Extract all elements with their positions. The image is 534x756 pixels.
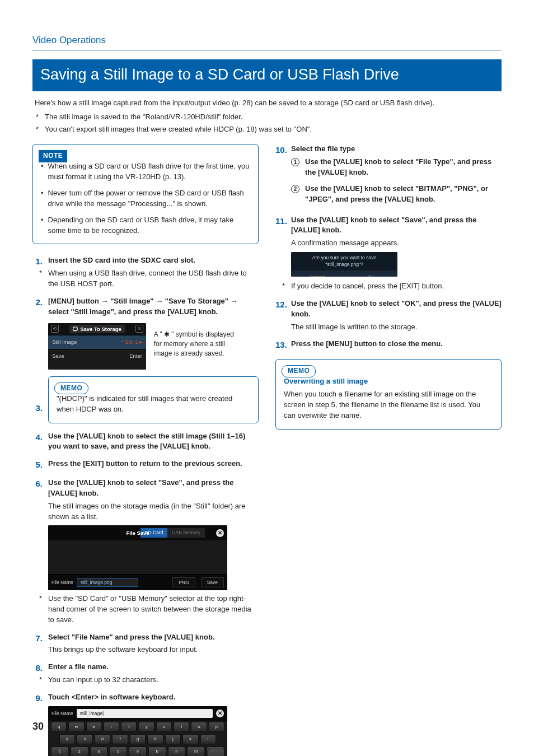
filename-label: File Name bbox=[51, 579, 73, 586]
intro-paragraph: Here's how a still image captured from t… bbox=[35, 98, 502, 109]
step-9: 9. Touch <Enter> in software keyboard. F… bbox=[32, 692, 259, 756]
kbd-row-2: a s d f g h j k l bbox=[48, 733, 227, 745]
memo-label: MEMO bbox=[54, 382, 88, 394]
key-o[interactable]: o bbox=[191, 722, 207, 732]
kbd-filename-label: File Name bbox=[51, 710, 73, 717]
intro-note-2: You can't export still images that were … bbox=[45, 124, 312, 135]
kbd-row-1: q w e r t y u i o p bbox=[48, 721, 227, 733]
step-6-desc: The still images on the storage media (i… bbox=[48, 501, 259, 522]
file-list-area bbox=[48, 540, 227, 574]
memo-left-text: "(HDCP)" is indicated for still images t… bbox=[57, 394, 250, 415]
step-10-title: Select the file type bbox=[291, 144, 502, 155]
note-item-1: When using a SD card or USB flash drive … bbox=[48, 161, 250, 183]
key-c[interactable]: c bbox=[109, 746, 127, 756]
step-4-title: Use the [VALUE] knob to select the still… bbox=[48, 431, 259, 452]
step-5: 5. Press the [EXIT] button to return to … bbox=[32, 459, 259, 471]
step-11-desc: A confirmation message appears. bbox=[291, 238, 502, 249]
key-w[interactable]: w bbox=[68, 722, 84, 732]
key-z[interactable]: z bbox=[71, 746, 88, 756]
note-box: NOTE •When using a SD card or USB flash … bbox=[32, 144, 259, 244]
callout-bracket bbox=[145, 343, 146, 353]
step-13: 13. Press the [MENU] button to close the… bbox=[275, 339, 502, 351]
key-k[interactable]: k bbox=[182, 734, 198, 744]
key-q[interactable]: q bbox=[51, 722, 67, 732]
key-s[interactable]: s bbox=[77, 734, 92, 744]
back-icon[interactable]: ⟲ bbox=[51, 325, 59, 333]
step-10: 10. Select the file type 1 Use the [VALU… bbox=[275, 144, 502, 204]
memo-label: MEMO bbox=[282, 365, 316, 377]
filename-input[interactable]: still_image.png bbox=[77, 578, 138, 587]
cancel-button[interactable]: Cancel bbox=[291, 271, 345, 277]
key-p[interactable]: p bbox=[209, 722, 224, 732]
step-10-sub1: Use the [VALUE] knob to select "File Typ… bbox=[305, 157, 502, 178]
step-7: 7. Select "File Name" and press the [VAL… bbox=[32, 632, 259, 656]
step-5-title: Press the [EXIT] button to return to the… bbox=[48, 459, 259, 469]
step-12-desc: The still image is written to the storag… bbox=[291, 322, 502, 333]
key-u[interactable]: u bbox=[156, 722, 172, 732]
step-10-sub2: Use the [VALUE] knob to select "BITMAP",… bbox=[305, 184, 502, 205]
key-t[interactable]: t bbox=[121, 722, 137, 732]
page-title: Saving a Still Image to a SD Card or USB… bbox=[32, 59, 502, 91]
memo-right-title: Overwriting a still image bbox=[284, 376, 493, 387]
key-i[interactable]: i bbox=[174, 722, 189, 732]
screenshot-title: 🖵 Save To Storage bbox=[69, 325, 125, 334]
step-12: 12. Use the [VALUE] knob to select "OK",… bbox=[275, 298, 502, 333]
row-save[interactable]: Save Enter bbox=[48, 349, 146, 363]
key-e[interactable]: e bbox=[86, 722, 102, 732]
key-g[interactable]: g bbox=[130, 734, 146, 744]
key-r[interactable]: r bbox=[104, 722, 119, 732]
right-column: 10. Select the file type 1 Use the [VALU… bbox=[275, 144, 502, 756]
step-2-title: [MENU] button → "Still Image" → "Save To… bbox=[48, 296, 259, 318]
step-9-title: Touch <Enter> in software keyboard. bbox=[48, 692, 259, 703]
kbd-filename-input[interactable]: still_image| bbox=[77, 709, 213, 718]
step-1-title: Insert the SD card into the SDXC card sl… bbox=[48, 255, 259, 266]
key-b[interactable]: b bbox=[148, 746, 166, 756]
step-13-title: Press the [MENU] button to close the men… bbox=[291, 339, 502, 349]
key-f[interactable]: f bbox=[112, 734, 128, 744]
key-m[interactable]: m bbox=[187, 746, 205, 756]
key-a[interactable]: a bbox=[59, 734, 75, 744]
step-8-note: You can input up to 32 characters. bbox=[48, 675, 158, 685]
note-item-2: Never turn off the power or remove the S… bbox=[48, 188, 250, 209]
png-button[interactable]: PNG bbox=[172, 577, 195, 587]
step-4: 4. Use the [VALUE] knob to select the st… bbox=[32, 431, 259, 452]
intro-note-1: The still image is saved to the "Roland/… bbox=[45, 112, 242, 123]
key-shift[interactable]: ⇧ bbox=[51, 746, 69, 756]
left-column: NOTE •When using a SD card or USB flash … bbox=[32, 144, 259, 756]
key-h[interactable]: h bbox=[147, 734, 163, 744]
key-d[interactable]: d bbox=[95, 734, 110, 744]
key-enter[interactable] bbox=[208, 749, 224, 756]
sub-step-1-icon: 1 bbox=[291, 158, 299, 166]
ok-button[interactable]: OK bbox=[345, 271, 398, 277]
key-l[interactable]: l bbox=[200, 734, 216, 744]
close-icon[interactable]: ✕ bbox=[216, 710, 224, 717]
row-still-image[interactable]: Still Image * Still 1 ▸ bbox=[48, 335, 146, 349]
page-number: 30 bbox=[32, 719, 44, 734]
screenshot-confirm: Are you sure you want to save "still_ima… bbox=[291, 252, 397, 277]
note-item-3: Depending on the SD card or USB flash dr… bbox=[48, 215, 250, 236]
memo-right-body: When you touch a filename for an existin… bbox=[284, 389, 493, 421]
save-button[interactable]: Save bbox=[201, 577, 224, 587]
step-2: 2. [MENU] button → "Still Image" → "Save… bbox=[32, 296, 259, 370]
sub-step-2-icon: 2 bbox=[291, 185, 299, 193]
step-8-title: Enter a file name. bbox=[48, 662, 259, 673]
step-1-note: When using a USB flash drive, connect th… bbox=[48, 268, 259, 290]
step-12-title: Use the [VALUE] knob to select "OK", and… bbox=[291, 298, 502, 320]
key-v[interactable]: v bbox=[129, 746, 147, 756]
star-symbol-note: A " ✱ " symbol is displayed for memory w… bbox=[154, 330, 235, 359]
step-6-note: Use the "SD Card" or "USB Memory" select… bbox=[48, 594, 259, 626]
step-1: 1. Insert the SD card into the SDXC card… bbox=[32, 255, 259, 290]
step-3-number: 3. bbox=[32, 402, 43, 414]
step-7-title: Select "File Name" and press the [VALUE]… bbox=[48, 632, 259, 643]
key-x[interactable]: x bbox=[90, 746, 108, 756]
memo-left-box: MEMO "(HDCP)" is indicated for still ima… bbox=[48, 376, 259, 423]
close-icon[interactable]: ✕ bbox=[135, 325, 143, 333]
step-11: 11. Use the [VALUE] knob to select "Save… bbox=[275, 215, 502, 292]
step-8: 8. Enter a file name. *You can input up … bbox=[32, 662, 259, 685]
note-label: NOTE bbox=[39, 150, 67, 162]
memo-right-box: MEMO Overwriting a still image When you … bbox=[275, 359, 502, 429]
key-j[interactable]: j bbox=[165, 734, 181, 744]
key-y[interactable]: y bbox=[138, 722, 154, 732]
key-n[interactable]: n bbox=[168, 746, 186, 756]
breadcrumb-header: Video Operations bbox=[32, 34, 502, 50]
